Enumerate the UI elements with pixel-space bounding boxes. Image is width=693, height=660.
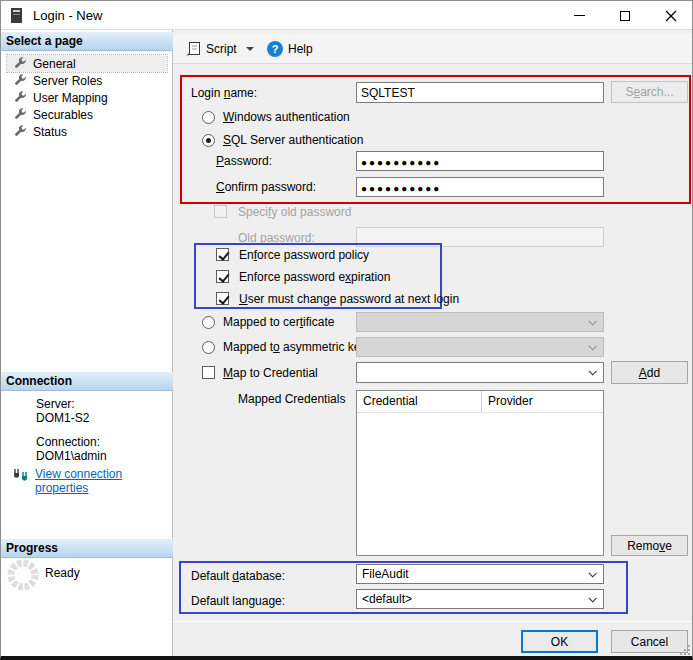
map-credential-checkbox[interactable] — [202, 366, 215, 379]
add-button[interactable]: Add — [611, 361, 688, 384]
view-connection-properties-link[interactable]: View connection properties — [35, 467, 172, 495]
mapped-certificate-radio[interactable] — [202, 316, 215, 329]
wrench-icon — [14, 74, 27, 87]
script-dropdown-button[interactable] — [242, 37, 258, 60]
default-database-label: Default database: — [191, 569, 285, 583]
close-icon — [665, 10, 677, 22]
connection-header: Connection — [1, 372, 173, 391]
enforce-policy-checkbox[interactable] — [216, 248, 229, 261]
connection-value: DOM1\admin — [36, 449, 107, 463]
resize-grip[interactable] — [680, 645, 690, 655]
toolbar: Script ? Help — [173, 33, 693, 64]
sidebar-item-general[interactable]: General — [7, 55, 167, 72]
window-title: Login - New — [33, 8, 102, 23]
table-header-provider: Provider — [482, 391, 539, 412]
wrench-icon — [14, 57, 27, 70]
sidebar-item-label: General — [33, 57, 76, 71]
sidebar-item-label: Server Roles — [33, 74, 102, 88]
connection-properties-icon — [13, 468, 29, 482]
server-value: DOM1-S2 — [36, 411, 89, 425]
windows-auth-radio[interactable] — [202, 111, 215, 124]
script-button[interactable]: Script — [182, 37, 241, 60]
sidebar-item-label: User Mapping — [33, 91, 108, 105]
progress-status: Ready — [45, 566, 80, 580]
specify-old-password-checkbox[interactable] — [214, 205, 227, 218]
sidebar-item-securables[interactable]: Securables — [7, 106, 167, 123]
help-button[interactable]: ? Help — [263, 37, 317, 60]
wrench-icon — [14, 91, 27, 104]
titlebar: Login - New — [1, 1, 692, 30]
progress-header: Progress — [1, 539, 173, 558]
login-new-dialog: Login - New Select a page General Server… — [0, 0, 693, 660]
wrench-icon — [14, 125, 27, 138]
chevron-down-icon — [246, 47, 254, 51]
must-change-password-checkbox[interactable] — [216, 292, 229, 305]
old-password-label: Old password: — [238, 231, 315, 245]
maximize-button[interactable] — [602, 1, 648, 30]
mapped-asymmetric-label: Mapped to asymmetric key — [223, 340, 366, 354]
password-input[interactable] — [356, 151, 604, 171]
chevron-down-icon — [588, 569, 596, 577]
password-label: Password: — [216, 154, 272, 168]
progress-spinner-icon — [6, 558, 40, 592]
footer-separator — [173, 621, 693, 622]
login-name-label: Login name: — [191, 86, 257, 100]
certificate-select[interactable] — [356, 312, 604, 332]
default-language-value: <default> — [362, 592, 412, 606]
must-change-password-label: User must change password at next login — [239, 292, 459, 306]
chevron-down-icon — [588, 594, 596, 602]
default-language-label: Default language: — [191, 594, 285, 608]
select-a-page-header: Select a page — [1, 32, 173, 51]
login-name-input[interactable] — [356, 82, 604, 103]
minimize-icon — [574, 15, 585, 16]
sidebar: Select a page General Server Roles User … — [1, 30, 173, 657]
connection-label: Connection: — [36, 435, 100, 449]
sql-auth-label: SQL Server authentication — [223, 133, 363, 147]
wrench-icon — [14, 108, 27, 121]
help-label: Help — [288, 42, 313, 56]
asymmetric-key-select[interactable] — [356, 337, 604, 357]
close-button[interactable] — [648, 1, 693, 30]
sql-auth-radio[interactable] — [202, 134, 215, 147]
windows-auth-label: Windows authentication — [223, 110, 350, 124]
sidebar-item-label: Securables — [33, 108, 93, 122]
search-button[interactable]: Search... — [611, 81, 688, 103]
enforce-policy-label: Enforce password policy — [239, 248, 369, 262]
confirm-password-input[interactable] — [356, 177, 604, 197]
ok-button[interactable]: OK — [521, 630, 598, 653]
specify-old-password-label: Specify old password — [238, 205, 351, 219]
chevron-down-icon — [588, 342, 596, 350]
table-header-credential: Credential — [357, 391, 482, 412]
main-panel: Script ? Help Login name: Search... Wind… — [173, 30, 693, 657]
table-header-row: Credential Provider — [357, 391, 603, 413]
map-credential-label: Map to Credential — [223, 366, 318, 380]
sidebar-item-user-mapping[interactable]: User Mapping — [7, 89, 167, 106]
minimize-button[interactable] — [556, 1, 602, 30]
cancel-button[interactable]: Cancel — [611, 630, 688, 653]
sidebar-item-status[interactable]: Status — [7, 123, 167, 140]
default-language-select[interactable]: <default> — [356, 589, 604, 609]
confirm-password-label: Confirm password: — [216, 180, 316, 194]
remove-button[interactable]: Remove — [611, 535, 688, 556]
enforce-expiration-checkbox[interactable] — [216, 270, 229, 283]
maximize-icon — [620, 11, 630, 21]
server-label: Server: — [36, 397, 75, 411]
sidebar-item-server-roles[interactable]: Server Roles — [7, 72, 167, 89]
mapped-certificate-label: Mapped to certificate — [223, 315, 334, 329]
mapped-credentials-label: Mapped Credentials — [238, 392, 345, 406]
old-password-input[interactable] — [356, 227, 604, 247]
mapped-asymmetric-radio[interactable] — [202, 341, 215, 354]
chevron-down-icon — [588, 367, 596, 375]
script-label: Script — [206, 42, 237, 56]
app-icon — [11, 8, 22, 23]
chevron-down-icon — [588, 317, 596, 325]
mapped-credentials-table[interactable]: Credential Provider — [356, 390, 604, 556]
credential-select[interactable] — [356, 362, 604, 383]
default-database-value: FileAudit — [362, 567, 409, 581]
help-icon: ? — [267, 41, 283, 57]
default-database-select[interactable]: FileAudit — [356, 564, 604, 584]
enforce-expiration-label: Enforce password expiration — [239, 270, 390, 284]
script-icon — [186, 41, 201, 57]
sidebar-item-label: Status — [33, 125, 67, 139]
